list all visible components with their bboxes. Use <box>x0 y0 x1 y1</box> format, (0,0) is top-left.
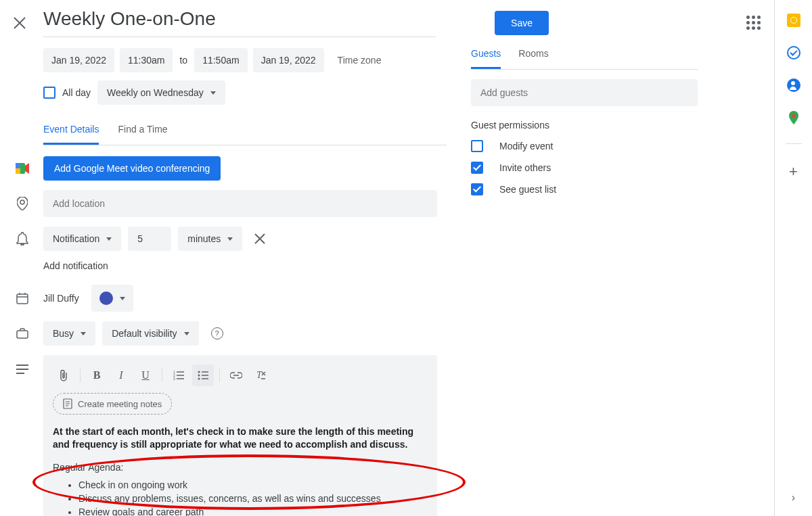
add-google-meet-button[interactable]: Add Google Meet video conferencing <box>43 156 221 181</box>
close-icon[interactable] <box>14 14 35 32</box>
end-time-chip[interactable]: 11:50am <box>194 48 247 72</box>
link-icon[interactable] <box>225 365 247 386</box>
save-button[interactable]: Save <box>495 11 549 35</box>
chevron-down-icon <box>210 91 216 95</box>
invite-others-checkbox[interactable] <box>471 162 483 174</box>
collapse-sidepanel-icon[interactable]: › <box>792 492 795 504</box>
numbered-list-icon[interactable]: 123 <box>168 365 189 386</box>
list-item: Review goals and career path <box>78 505 428 516</box>
briefcase-icon <box>14 328 31 339</box>
agenda-list: Check in on ongoing work Discuss any pro… <box>53 478 428 516</box>
allday-checkbox[interactable] <box>43 87 55 99</box>
svg-point-19 <box>198 375 200 377</box>
description-editor[interactable]: B I U 123 <box>43 355 437 516</box>
svg-point-17 <box>198 371 200 373</box>
calendar-owner-name: Jill Duffy <box>43 293 79 304</box>
availability-dropdown[interactable]: Busy <box>43 321 95 346</box>
event-color-dropdown[interactable] <box>91 285 133 312</box>
add-notification-link[interactable]: Add notification <box>43 260 447 271</box>
underline-icon[interactable]: U <box>135 365 156 386</box>
description-bold-text: At the start of each month, let's check … <box>53 425 428 451</box>
svg-point-31 <box>792 114 795 118</box>
google-meet-icon <box>14 163 31 174</box>
italic-icon[interactable]: I <box>110 365 132 386</box>
location-input[interactable] <box>43 190 437 217</box>
visibility-dropdown[interactable]: Default visibility <box>102 321 198 346</box>
svg-point-21 <box>198 378 200 380</box>
to-label: to <box>178 55 189 66</box>
bold-icon[interactable]: B <box>86 365 108 386</box>
create-meeting-notes-button[interactable]: Create meeting notes <box>53 393 172 415</box>
help-icon[interactable]: ? <box>211 327 223 339</box>
add-guests-input[interactable] <box>471 79 698 106</box>
contacts-icon[interactable] <box>787 78 800 92</box>
google-apps-icon[interactable] <box>746 16 761 30</box>
svg-rect-1 <box>16 163 20 168</box>
modify-event-label: Modify event <box>499 141 553 151</box>
start-time-chip[interactable]: 11:30am <box>120 48 173 72</box>
bulleted-list-icon[interactable] <box>192 365 214 386</box>
attach-icon[interactable] <box>53 365 74 386</box>
calendar-icon <box>14 292 31 304</box>
see-guest-list-checkbox[interactable] <box>471 183 483 195</box>
start-date-chip[interactable]: Jan 19, 2022 <box>43 48 114 72</box>
list-item: Discuss any problems, issues, concerns, … <box>78 492 428 505</box>
svg-rect-3 <box>17 294 28 304</box>
allday-label: All day <box>62 87 91 98</box>
tab-guests[interactable]: Guests <box>471 48 501 69</box>
add-addon-icon[interactable]: + <box>789 163 798 181</box>
notification-unit-dropdown[interactable]: minutes <box>178 227 242 251</box>
bell-icon <box>14 232 31 245</box>
timezone-link[interactable]: Time zone <box>338 55 382 66</box>
tab-event-details[interactable]: Event Details <box>43 124 99 145</box>
maps-icon[interactable] <box>787 111 800 124</box>
tasks-icon[interactable] <box>787 46 800 60</box>
color-swatch <box>99 291 113 305</box>
invite-others-label: Invite others <box>499 162 551 173</box>
svg-rect-2 <box>16 168 20 174</box>
modify-event-checkbox[interactable] <box>471 140 483 152</box>
see-guest-list-label: See guest list <box>499 184 556 195</box>
guest-permissions-header: Guest permissions <box>471 120 698 131</box>
end-date-chip[interactable]: Jan 19, 2022 <box>253 48 324 72</box>
keep-icon[interactable] <box>787 14 800 27</box>
svg-text:3: 3 <box>173 377 175 380</box>
svg-rect-7 <box>17 331 28 338</box>
agenda-header: Regular Agenda: <box>53 462 428 473</box>
recurrence-dropdown[interactable]: Weekly on Wednesday <box>97 80 225 105</box>
remove-notification-icon[interactable] <box>249 233 271 244</box>
clear-formatting-icon[interactable]: T <box>250 365 271 386</box>
tab-find-a-time[interactable]: Find a Time <box>118 124 167 145</box>
location-icon <box>14 197 31 210</box>
tab-rooms[interactable]: Rooms <box>518 48 548 69</box>
document-icon <box>63 398 72 409</box>
notification-type-dropdown[interactable]: Notification <box>43 227 121 251</box>
notification-value-input[interactable]: 5 <box>128 227 171 251</box>
list-item: Check in on ongoing work <box>78 478 428 492</box>
event-title-input[interactable] <box>43 8 436 37</box>
sidepanel-divider <box>786 143 802 144</box>
description-icon <box>14 355 31 516</box>
